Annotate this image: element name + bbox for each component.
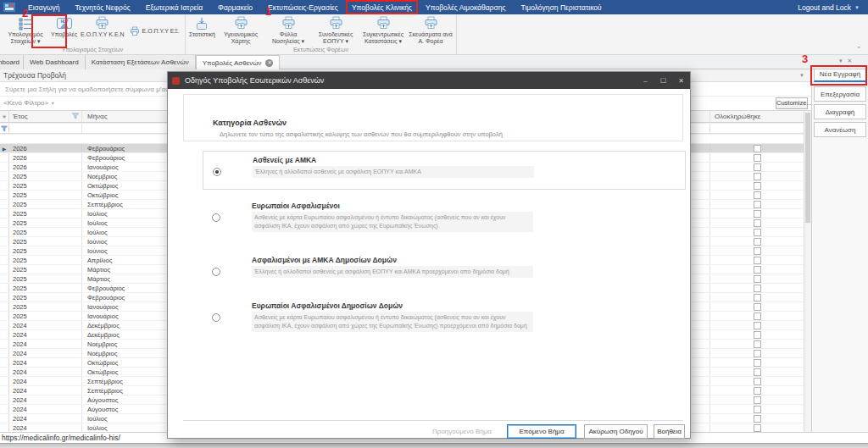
tab-close-icon[interactable]: ✕ <box>265 59 273 67</box>
tab-label: Dashboard <box>0 58 19 66</box>
menu-item[interactable]: Τεχνητός Νεφρός <box>68 0 138 14</box>
menu-item-highlighted[interactable]: Υποβολές Κλινικής <box>346 0 418 14</box>
radio-button[interactable] <box>212 213 220 222</box>
funnel-icon[interactable] <box>72 113 79 121</box>
ribbon-button[interactable]: Υπολογισμός Στοιχείων ▾ <box>2 15 49 47</box>
ribbon-button[interactable]: Σκευάσματα ανά Α. Φορέα <box>407 15 454 47</box>
completed-checkbox[interactable] <box>754 424 761 432</box>
ribbon-button[interactable]: Στατιστική <box>187 15 217 47</box>
delete-button[interactable]: Διαγραφή <box>814 104 866 119</box>
minimize-icon[interactable]: – <box>637 72 654 89</box>
refresh-button[interactable]: Ανανέωση <box>814 122 866 137</box>
completed-checkbox[interactable] <box>754 378 761 385</box>
dialog-title-bar[interactable]: Οδηγός Υποβολής Εσωτερικών Ασθενών –☐✕ <box>168 72 690 89</box>
ribbon-button[interactable]: Ε.Ο.Π.Υ.Υ ΕΞ. <box>126 25 183 38</box>
ribbon-button[interactable]: Συνοδευτικές ΕΟΠΥΥ ▾ <box>312 15 359 47</box>
close-icon[interactable]: ✕ <box>672 72 690 89</box>
completed-checkbox[interactable] <box>754 312 761 320</box>
help-button[interactable]: Βοήθεια <box>654 424 685 439</box>
radio-button[interactable] <box>212 313 220 322</box>
cancel-wizard-button[interactable]: Ακύρωση Οδηγού <box>584 424 648 439</box>
completed-checkbox[interactable] <box>754 182 761 190</box>
cell-completed <box>710 293 804 301</box>
radio-button-selected[interactable] <box>213 168 221 176</box>
completed-checkbox[interactable] <box>754 238 761 246</box>
tab-1[interactable]: Web Dashboard <box>24 55 86 69</box>
ribbon-button[interactable]: Φύλλα Νοσηλείας ▾ <box>264 15 312 47</box>
completed-checkbox[interactable] <box>754 154 761 162</box>
menu-item[interactable]: Εκτυπώσεις-Εργασίες <box>260 0 346 14</box>
row-indicator <box>0 321 9 329</box>
column-header-year[interactable]: Έτος <box>9 111 82 122</box>
cell-completed <box>710 237 804 246</box>
completed-checkbox[interactable] <box>754 191 761 199</box>
customize-button[interactable]: Customize... <box>776 97 808 109</box>
ribbon-button-label: Υπολογισμός Στοιχείων ▾ <box>3 31 47 45</box>
filter-cell-completed[interactable] <box>710 124 804 133</box>
completed-checkbox[interactable] <box>754 173 761 180</box>
completed-checkbox[interactable] <box>754 368 761 376</box>
completed-checkbox[interactable] <box>754 340 761 348</box>
cell-completed <box>710 302 804 311</box>
section-description: Δηλώνετε τον τύπο της ασφαλιστικής κάλυψ… <box>220 130 503 138</box>
ribbon-button[interactable]: Υγειονομικός Χάρτης <box>217 15 264 47</box>
completed-checkbox[interactable] <box>754 145 761 152</box>
completed-checkbox[interactable] <box>754 275 761 283</box>
completed-checkbox[interactable] <box>754 303 761 311</box>
completed-checkbox[interactable] <box>754 229 761 236</box>
radio-button[interactable] <box>212 268 220 276</box>
maximize-icon[interactable]: ☐ <box>654 72 672 89</box>
tab-2[interactable]: Κατάσταση Εξετάσεων Ασθενών <box>86 55 196 69</box>
patient-category-option[interactable]: Ευρωπαίοι ΑσφαλισμένοιΑσθενείς με κάρτα … <box>203 197 686 246</box>
panel-top-icons[interactable]: ▾✕ <box>839 58 857 64</box>
ribbon-button[interactable]: HL7Υποβολές <box>49 15 79 47</box>
menu-item[interactable]: Υποβολές Αιμοκάθαρσης <box>418 0 513 14</box>
grid-vertical-scrollbar[interactable] <box>804 111 811 432</box>
completed-checkbox[interactable] <box>754 257 761 264</box>
completed-checkbox[interactable] <box>754 359 761 367</box>
row-indicator <box>0 181 9 190</box>
ribbon-button[interactable]: Ε.Ο.Π.Υ.Υ Κ.Ε.Ν <box>79 15 126 47</box>
filter-cell-year[interactable] <box>9 124 82 133</box>
completed-checkbox[interactable] <box>754 396 761 404</box>
tab-0[interactable]: Dashboard <box>0 55 24 69</box>
completed-checkbox[interactable] <box>754 210 761 218</box>
patient-category-option[interactable]: Ασθενείς με ΑΜΚΑΈλληνες ή αλλοδαποί ασθε… <box>203 151 686 190</box>
logout-button[interactable]: Logout and Lock ▼ <box>798 3 868 12</box>
patient-category-option[interactable]: Ασφαλισμένοι με ΑΜΚΑ Δημοσίων ΔομώνΈλλην… <box>203 252 686 292</box>
annotation-digit-2: 2 <box>22 7 28 19</box>
completed-checkbox[interactable] <box>754 201 761 208</box>
filter-chip[interactable]: <Κενό Φίλτρο> <box>3 99 48 107</box>
tab-active[interactable]: Υποβολές Ασθενών✕ <box>196 55 281 69</box>
completed-checkbox[interactable] <box>754 350 761 357</box>
completed-checkbox[interactable] <box>754 285 761 292</box>
column-header-completed[interactable]: Ολοκληρώθηκε <box>710 111 804 122</box>
completed-checkbox[interactable] <box>754 331 761 339</box>
next-step-button[interactable]: Επόμενο Βήμα <box>507 424 576 439</box>
tab-label: Υποβολές Ασθενών <box>203 59 262 67</box>
completed-checkbox[interactable] <box>754 322 761 329</box>
option-title: Ασθενείς με ΑΜΚΑ <box>253 156 316 164</box>
ribbon-button-label: Φύλλα Νοσηλείας ▾ <box>266 31 310 45</box>
completed-checkbox[interactable] <box>754 247 761 255</box>
completed-checkbox[interactable] <box>754 415 761 423</box>
completed-checkbox[interactable] <box>754 219 761 227</box>
ribbon-collapse-icon[interactable]: ⌃ <box>856 46 861 53</box>
menu-item[interactable]: Τιμολόγηση Περιστατικού <box>514 0 609 14</box>
scrollbar-thumb[interactable] <box>805 113 810 223</box>
menu-item[interactable]: Εξωτερικά Ιατρεία <box>138 0 210 14</box>
edit-button[interactable]: Επεξεργασία <box>814 86 866 102</box>
menu-item[interactable]: Φαρμακείο <box>210 0 260 14</box>
completed-checkbox[interactable] <box>754 387 761 395</box>
completed-checkbox[interactable] <box>754 294 761 301</box>
completed-checkbox[interactable] <box>754 163 761 171</box>
ribbon-button[interactable]: Συγκεντρωτικές Καταστάσεις ▾ <box>359 15 407 47</box>
row-indicator <box>0 256 9 264</box>
option-description: Ασθενείς με κάρτα Ευρωπαίου ασφαλισμένου… <box>252 212 533 232</box>
completed-checkbox[interactable] <box>754 406 761 413</box>
completed-checkbox[interactable] <box>754 266 761 274</box>
cell-year: 2025 <box>9 302 82 311</box>
funnel-icon <box>1 125 8 132</box>
patient-category-option[interactable]: Ευρωπαίοι Ασφαλισμένοι Δημοσίων ΔομώνΑσθ… <box>203 297 686 348</box>
cell-completed <box>710 340 804 348</box>
